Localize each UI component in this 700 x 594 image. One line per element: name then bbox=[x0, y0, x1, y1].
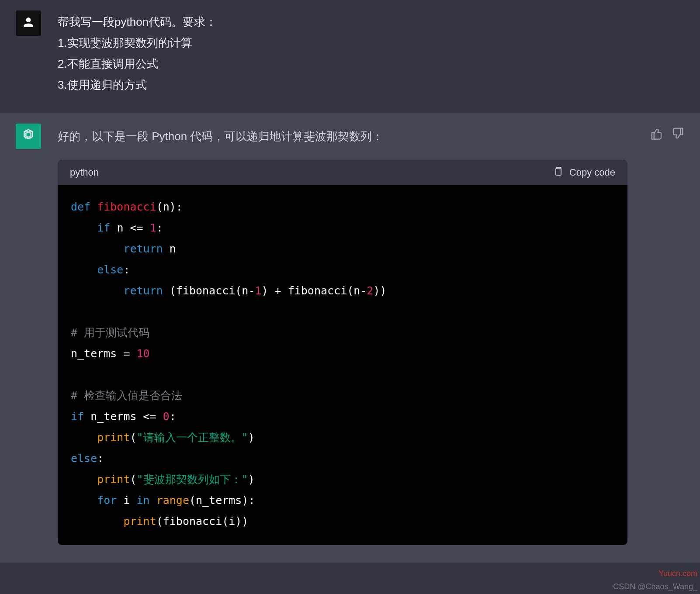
code-block: python Copy code def fibonacci(n): if n … bbox=[58, 160, 627, 545]
user-message-inner: 帮我写一段python代码。要求： 1.实现斐波那契数列的计算 2.不能直接调用… bbox=[0, 10, 700, 95]
user-message: 帮我写一段python代码。要求： 1.实现斐波那契数列的计算 2.不能直接调用… bbox=[0, 0, 700, 113]
assistant-header-row: 好的，以下是一段 Python 代码，可以递归地计算斐波那契数列： bbox=[58, 124, 684, 147]
user-prompt-text: 帮我写一段python代码。要求： 1.实现斐波那契数列的计算 2.不能直接调用… bbox=[58, 10, 684, 95]
code-header: python Copy code bbox=[58, 160, 627, 185]
clipboard-icon bbox=[553, 166, 563, 179]
assistant-message-body: 好的，以下是一段 Python 代码，可以递归地计算斐波那契数列： python bbox=[58, 124, 684, 545]
prompt-line: 帮我写一段python代码。要求： bbox=[58, 11, 684, 32]
feedback-buttons bbox=[650, 124, 684, 140]
thumbs-up-icon[interactable] bbox=[650, 127, 663, 140]
assistant-message-inner: 好的，以下是一段 Python 代码，可以递归地计算斐波那契数列： python bbox=[0, 124, 700, 545]
assistant-message: 好的，以下是一段 Python 代码，可以递归地计算斐波那契数列： python bbox=[0, 113, 700, 563]
user-avatar bbox=[16, 10, 41, 36]
copy-code-button[interactable]: Copy code bbox=[553, 166, 615, 179]
person-icon bbox=[21, 15, 35, 31]
assistant-avatar bbox=[16, 124, 41, 149]
svg-rect-0 bbox=[556, 168, 561, 175]
prompt-line: 2.不能直接调用公式 bbox=[58, 53, 684, 74]
code-language-label: python bbox=[70, 167, 99, 178]
assistant-intro-text: 好的，以下是一段 Python 代码，可以递归地计算斐波那契数列： bbox=[58, 124, 641, 147]
thumbs-down-icon[interactable] bbox=[671, 127, 684, 140]
user-message-body: 帮我写一段python代码。要求： 1.实现斐波那契数列的计算 2.不能直接调用… bbox=[58, 10, 684, 95]
code-content: def fibonacci(n): if n <= 1: return n el… bbox=[71, 197, 614, 532]
copy-code-label: Copy code bbox=[569, 167, 615, 178]
code-body[interactable]: def fibonacci(n): if n <= 1: return n el… bbox=[58, 185, 627, 545]
openai-icon bbox=[20, 127, 37, 145]
prompt-line: 1.实现斐波那契数列的计算 bbox=[58, 32, 684, 53]
prompt-line: 3.使用递归的方式 bbox=[58, 74, 684, 95]
